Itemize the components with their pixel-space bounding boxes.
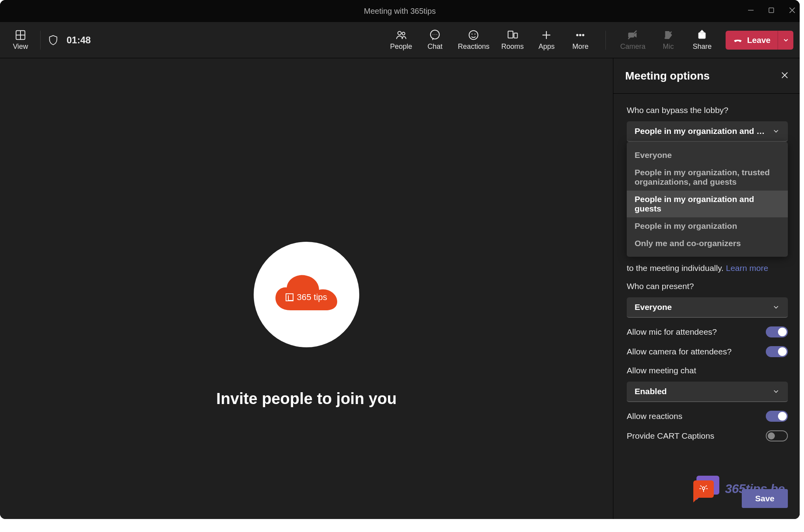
svg-line-31 (701, 486, 702, 486)
lobby-dropdown: Everyone People in my organization, trus… (627, 142, 788, 257)
allow-camera-toggle[interactable] (766, 346, 788, 357)
avatar-logo: 365 tips (271, 271, 342, 318)
content-area: 365 tips Invite people to join you Meeti… (0, 58, 800, 519)
svg-line-32 (706, 486, 707, 486)
panel-title: Meeting options (625, 70, 710, 82)
allow-chat-value: Enabled (635, 387, 667, 396)
lobby-helper-text: to the meeting individually. Learn more (627, 262, 788, 274)
chevron-down-icon (772, 127, 780, 135)
share-label: Share (693, 43, 711, 51)
allow-reactions-row: Allow reactions (627, 411, 788, 422)
svg-point-12 (437, 34, 438, 35)
lobby-select-value: People in my organization and … (635, 126, 765, 136)
present-select-value: Everyone (635, 302, 672, 312)
rooms-label: Rooms (501, 43, 524, 51)
watermark-text: 365tips.be (725, 482, 785, 496)
people-label: People (390, 43, 412, 51)
share-button[interactable]: Share (686, 28, 718, 52)
allow-camera-label: Allow camera for attendees? (627, 347, 732, 356)
mic-label: Mic (663, 43, 674, 51)
panel-header: Meeting options (613, 58, 800, 94)
meeting-options-panel: Meeting options Who can bypass the lobby… (613, 58, 800, 519)
more-button[interactable]: More (564, 28, 596, 52)
meeting-timer: 01:48 (67, 35, 91, 46)
reactions-button[interactable]: Reactions (453, 28, 494, 52)
camera-button[interactable]: Camera (615, 28, 650, 52)
svg-point-14 (472, 33, 473, 35)
svg-rect-17 (514, 33, 518, 38)
lobby-option-only-me[interactable]: Only me and co-organizers (627, 235, 788, 252)
mic-button[interactable]: Mic (652, 28, 684, 52)
lobby-select[interactable]: People in my organization and … (627, 121, 788, 142)
learn-more-link[interactable]: Learn more (726, 263, 768, 272)
meeting-status: 01:48 (48, 35, 91, 46)
allow-mic-toggle[interactable] (766, 326, 788, 337)
svg-point-20 (577, 34, 579, 36)
chat-button[interactable]: Chat (419, 28, 451, 52)
shield-icon (48, 35, 59, 46)
separator (40, 31, 41, 50)
allow-reactions-toggle[interactable] (766, 411, 788, 422)
allow-mic-row: Allow mic for attendees? (627, 326, 788, 337)
watermark: 365tips.be (693, 476, 785, 502)
provide-cart-label: Provide CART Captions (627, 431, 714, 441)
svg-point-13 (469, 31, 478, 40)
meeting-toolbar: View 01:48 People Chat Reactions (0, 22, 800, 58)
svg-rect-16 (508, 31, 513, 38)
hangup-icon (733, 35, 743, 45)
svg-point-11 (435, 34, 436, 35)
provide-cart-toggle[interactable] (766, 430, 788, 441)
chat-label: Chat (427, 43, 442, 51)
lobby-option-org-guests[interactable]: People in my organization and guests (627, 191, 788, 217)
rooms-button[interactable]: Rooms (496, 28, 528, 52)
close-window-button[interactable] (788, 6, 797, 16)
svg-point-22 (583, 34, 585, 36)
lobby-option-org[interactable]: People in my organization (627, 217, 788, 235)
apps-button[interactable]: Apps (531, 28, 562, 52)
more-label: More (572, 43, 589, 51)
maximize-button[interactable] (767, 6, 775, 16)
allow-chat-select[interactable]: Enabled (627, 382, 788, 402)
view-button[interactable]: View (8, 28, 33, 52)
office-icon (286, 293, 293, 301)
present-select[interactable]: Everyone (627, 297, 788, 318)
reactions-label: Reactions (458, 43, 489, 51)
close-icon (780, 70, 789, 80)
leave-button[interactable]: Leave (726, 31, 778, 50)
window-controls (747, 0, 797, 22)
lobby-option-trusted[interactable]: People in my organization, trusted organ… (627, 164, 788, 191)
provide-cart-row: Provide CART Captions (627, 430, 788, 441)
svg-point-15 (475, 33, 476, 35)
svg-point-8 (402, 32, 405, 35)
close-panel-button[interactable] (780, 70, 789, 82)
chevron-down-icon (772, 303, 780, 311)
people-button[interactable]: People (385, 28, 417, 52)
avatar-logo-text: 365 tips (297, 292, 327, 302)
lobby-label: Who can bypass the lobby? (627, 106, 788, 115)
separator (605, 31, 606, 50)
camera-label: Camera (620, 43, 645, 51)
svg-rect-1 (769, 8, 774, 13)
leave-label: Leave (747, 35, 771, 45)
leave-dropdown-button[interactable] (778, 31, 793, 50)
main-stage: 365 tips Invite people to join you (0, 58, 613, 519)
view-label: View (13, 43, 28, 51)
lobby-option-everyone[interactable]: Everyone (627, 146, 788, 164)
window-title: Meeting with 365tips (364, 7, 436, 16)
allow-camera-row: Allow camera for attendees? (627, 346, 788, 357)
svg-point-10 (433, 34, 434, 35)
leave-group: Leave (726, 31, 793, 50)
chevron-down-icon (772, 387, 780, 395)
watermark-icon (693, 476, 719, 502)
title-bar: Meeting with 365tips (0, 0, 800, 22)
chevron-down-icon (782, 37, 789, 44)
apps-label: Apps (538, 43, 555, 51)
allow-reactions-label: Allow reactions (627, 412, 682, 421)
meeting-avatar: 365 tips (254, 242, 359, 347)
app-window: Meeting with 365tips View (0, 0, 800, 519)
minimize-button[interactable] (747, 6, 755, 16)
allow-mic-label: Allow mic for attendees? (627, 327, 717, 337)
svg-point-7 (398, 32, 401, 35)
allow-chat-label: Allow meeting chat (627, 366, 788, 375)
invite-heading: Invite people to join you (0, 390, 613, 408)
